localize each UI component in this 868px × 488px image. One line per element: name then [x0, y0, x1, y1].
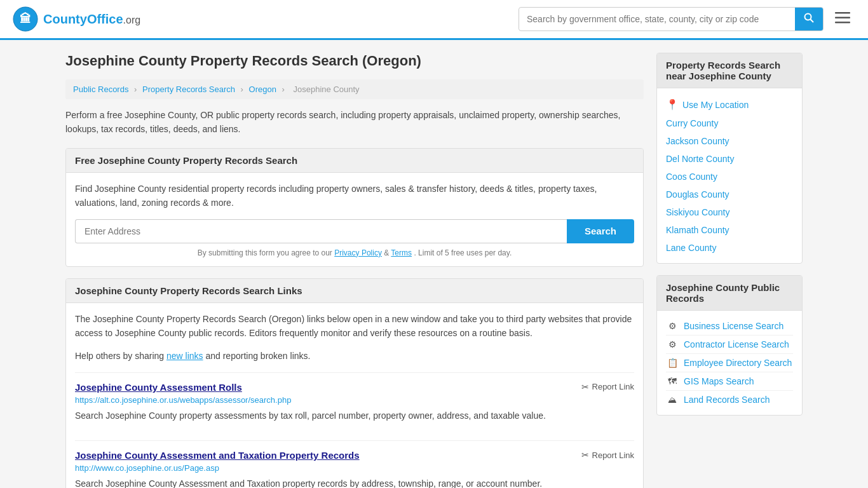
main-container: Josephine County Property Records Search…	[53, 40, 815, 488]
form-disclaimer: By submitting this form you agree to our…	[75, 248, 634, 257]
logo-text: CountyOffice.org	[43, 12, 140, 27]
free-search-header: Free Josephine County Property Records S…	[66, 149, 643, 173]
svg-point-2	[805, 14, 811, 20]
links-section-header: Josephine County Property Records Search…	[66, 279, 643, 303]
contractor-license-icon: ⚙	[666, 339, 679, 349]
sidebar-county-3[interactable]: Coos County	[666, 168, 793, 186]
sidebar: Property Records Search near Josephine C…	[656, 53, 803, 488]
global-search-button[interactable]	[795, 8, 823, 30]
terms-link[interactable]: Terms	[391, 248, 412, 257]
public-link-1[interactable]: ⚙ Contractor License Search	[666, 336, 793, 354]
sidebar-county-1[interactable]: Jackson County	[666, 132, 793, 150]
use-my-location-link[interactable]: 📍 Use My Location	[666, 95, 793, 114]
global-search-bar[interactable]	[519, 7, 824, 31]
free-search-section: Free Josephine County Property Records S…	[65, 148, 644, 267]
site-header: 🏛 CountyOffice.org	[0, 0, 868, 40]
breadcrumb-oregon[interactable]: Oregon	[249, 85, 276, 94]
location-icon: 📍	[666, 98, 679, 111]
share-text: Help others by sharing new links and rep…	[75, 349, 634, 363]
link-item-2-header: Josephine County Assessment and Taxation…	[75, 450, 634, 461]
link-item-1-title[interactable]: Josephine County Assessment Rolls	[75, 382, 242, 393]
header-right	[519, 7, 855, 31]
public-link-4[interactable]: ⛰ Land Records Search	[666, 391, 793, 409]
breadcrumb: Public Records › Property Records Search…	[65, 79, 644, 99]
links-section-body: The Josephine County Property Records Se…	[66, 303, 643, 488]
sidebar-county-4[interactable]: Douglas County	[666, 186, 793, 203]
public-link-0[interactable]: ⚙ Business License Search	[666, 317, 793, 336]
breadcrumb-current: Josephine County	[294, 85, 360, 94]
svg-line-3	[811, 20, 814, 23]
sidebar-county-2[interactable]: Del Norte County	[666, 150, 793, 168]
address-input[interactable]	[75, 219, 567, 243]
nearby-counties-body: 📍 Use My Location Curry County Jackson C…	[657, 88, 802, 263]
address-search-form: Search	[75, 219, 634, 243]
address-search-button[interactable]: Search	[567, 219, 634, 243]
link-item-1-url[interactable]: https://alt.co.josephine.or.us/webapps/a…	[75, 395, 634, 405]
sidebar-county-0[interactable]: Curry County	[666, 114, 793, 132]
breadcrumb-property-records-search[interactable]: Property Records Search	[142, 85, 235, 94]
report-link-2[interactable]: ✂ Report Link	[581, 450, 634, 460]
public-records-card: Josephine County Public Records ⚙ Busine…	[656, 275, 803, 416]
public-records-body: ⚙ Business License Search ⚙ Contractor L…	[657, 311, 802, 415]
global-search-input[interactable]	[519, 9, 795, 29]
page-description: Perform a free Josephine County, OR publ…	[65, 108, 644, 137]
link-item-2-desc: Search Josephine County Assessment and T…	[75, 477, 634, 488]
svg-text:🏛: 🏛	[20, 12, 31, 25]
employee-directory-icon: 📋	[666, 358, 679, 368]
content-area: Josephine County Property Records Search…	[65, 53, 644, 488]
land-records-icon: ⛰	[666, 395, 679, 405]
logo-area: 🏛 CountyOffice.org	[13, 6, 140, 32]
nearby-counties-card: Property Records Search near Josephine C…	[656, 53, 803, 264]
free-search-body: Find Josephine County residential proper…	[66, 173, 643, 266]
logo-icon: 🏛	[13, 6, 38, 32]
sidebar-county-5[interactable]: Siskiyou County	[666, 203, 793, 221]
new-links-link[interactable]: new links	[166, 351, 203, 361]
link-item-2-title[interactable]: Josephine County Assessment and Taxation…	[75, 450, 360, 461]
free-search-description: Find Josephine County residential proper…	[75, 182, 634, 210]
sidebar-county-6[interactable]: Klamath County	[666, 221, 793, 239]
links-section: Josephine County Property Records Search…	[65, 278, 644, 488]
svg-rect-6	[835, 22, 850, 24]
menu-icon[interactable]	[830, 8, 855, 30]
link-item-1: Josephine County Assessment Rolls ✂ Repo…	[75, 372, 634, 440]
public-records-header: Josephine County Public Records	[657, 276, 802, 311]
nearby-counties-header: Property Records Search near Josephine C…	[657, 53, 802, 88]
privacy-policy-link[interactable]: Privacy Policy	[334, 248, 382, 257]
link-item-2-url[interactable]: http://www.co.josephine.or.us/Page.asp	[75, 463, 634, 473]
link-item-1-header: Josephine County Assessment Rolls ✂ Repo…	[75, 382, 634, 393]
links-description: The Josephine County Property Records Se…	[75, 312, 634, 341]
report-link-1[interactable]: ✂ Report Link	[581, 382, 634, 392]
public-link-3[interactable]: 🗺 GIS Maps Search	[666, 372, 793, 391]
page-title: Josephine County Property Records Search…	[65, 53, 644, 69]
gis-maps-icon: 🗺	[666, 376, 679, 386]
report-icon-1: ✂	[581, 382, 589, 392]
link-item-1-desc: Search Josephine County property assessm…	[75, 409, 634, 423]
svg-rect-5	[835, 17, 850, 19]
business-license-icon: ⚙	[666, 321, 679, 331]
sidebar-county-7[interactable]: Lane County	[666, 239, 793, 257]
report-icon-2: ✂	[581, 450, 589, 460]
link-item-2: Josephine County Assessment and Taxation…	[75, 440, 634, 488]
breadcrumb-public-records[interactable]: Public Records	[73, 85, 128, 94]
svg-rect-4	[835, 12, 850, 14]
public-link-2[interactable]: 📋 Employee Directory Search	[666, 354, 793, 372]
